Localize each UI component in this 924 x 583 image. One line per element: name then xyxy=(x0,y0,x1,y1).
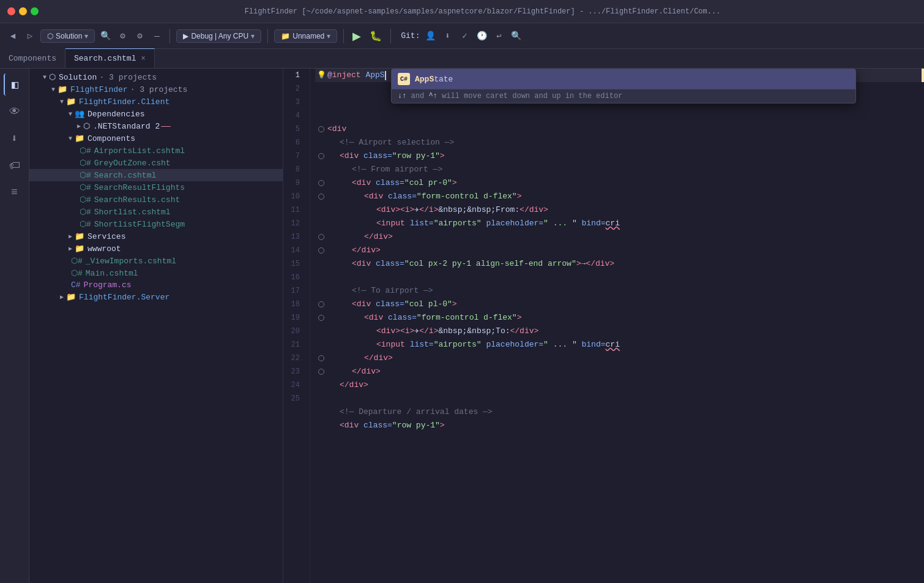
tree-item-flightfinder[interactable]: ▼ 📁 FlightFinder · 3 projects xyxy=(29,83,283,96)
tag-icon[interactable]: 🏷 xyxy=(4,154,26,176)
maximize-button[interactable] xyxy=(31,7,39,15)
git-area: Git: 👤 ⬇ ✓ 🕐 ↩ 🔍 xyxy=(401,29,523,43)
debug-dropdown[interactable]: ▶ Debug | Any CPU ▾ xyxy=(176,29,261,43)
tree-item-components-folder[interactable]: ▼ 📁 Components xyxy=(29,132,283,145)
breakpoint-21[interactable] xyxy=(318,369,324,375)
breakpoint-5[interactable] xyxy=(318,153,324,159)
explorer-icon[interactable]: ◧ xyxy=(4,73,26,96)
autocomplete-icon: C# xyxy=(398,73,410,85)
separator-4 xyxy=(390,29,391,43)
code-line-8: <div class="form-control d-flex"> xyxy=(315,190,924,203)
autocomplete-label: AppState xyxy=(415,75,453,84)
code-line-11: </div> xyxy=(315,230,924,244)
hint-arrows-2: ^↑ xyxy=(428,92,437,100)
tree-item-searchresults[interactable]: ⬡# SearchResults.csht xyxy=(29,194,283,206)
git-icon[interactable]: 👤 xyxy=(423,29,437,43)
code-line-17: <div class="form-control d-flex"> xyxy=(315,311,924,325)
separator-1 xyxy=(170,29,170,43)
tree-item-airportslist[interactable]: ⬡# AirportsList.cshtml xyxy=(29,145,283,157)
code-line-9: <div><i>✈</i>&nbsp;&nbsp;From:</div> xyxy=(315,203,924,217)
list-icon[interactable]: ≡ xyxy=(4,181,26,203)
minimize-button[interactable] xyxy=(19,7,27,15)
tree-item-main[interactable]: ⬡# Main.cshtml xyxy=(29,267,283,279)
tab-search-label: Search.cshtml xyxy=(74,54,136,63)
forward-icon[interactable]: ▷ xyxy=(23,29,37,43)
tree-item-shortlist[interactable]: ⬡# Shortlist.cshtml xyxy=(29,206,283,218)
breakpoint-3[interactable] xyxy=(318,126,324,132)
git-push-icon[interactable]: ✓ xyxy=(458,29,471,43)
eye-icon[interactable]: 👁 xyxy=(4,100,26,122)
gutter-5 xyxy=(315,153,327,159)
solution-dropdown[interactable]: ⬡ Solution ▾ xyxy=(40,29,95,43)
code-line-15: <!— To airport —> xyxy=(315,284,924,298)
inject-keyword: inject xyxy=(332,69,361,82)
tree-item-greyoutzone[interactable]: ⬡# GreyOutZone.csht xyxy=(29,157,283,169)
gutter-16 xyxy=(315,301,327,307)
code-line-5: <div class="row py-1"> xyxy=(315,149,924,163)
tree-item-searchresultflights[interactable]: ⬡# SearchResultFlights xyxy=(29,181,283,194)
close-button[interactable] xyxy=(7,7,15,15)
tree-item-program[interactable]: C# Program.cs xyxy=(29,279,283,291)
tab-close-icon[interactable]: × xyxy=(141,55,145,63)
tab-search-cshtml[interactable]: Search.cshtml × xyxy=(65,48,155,68)
gutter-11 xyxy=(315,234,327,240)
breakpoint-16[interactable] xyxy=(318,301,324,307)
hint-text-2: will move caret down and up in the edito… xyxy=(442,92,622,100)
tree-item-services[interactable]: ▶ 📁 Services xyxy=(29,230,283,243)
tree-item-server[interactable]: ▶ 📁 FlightFinder.Server xyxy=(29,291,283,303)
gutter-7 xyxy=(315,180,327,186)
hint-text: and xyxy=(411,92,429,100)
undo-icon[interactable]: ↩ xyxy=(492,29,505,43)
code-line-23 xyxy=(315,392,924,405)
tree-item-dependencies[interactable]: ▼ 👥 Dependencies xyxy=(29,108,283,120)
breakpoint-12[interactable] xyxy=(318,247,324,254)
tree-item-solution[interactable]: ▼ ⬡ Solution · 3 projects xyxy=(29,71,283,83)
breakpoint-20[interactable] xyxy=(318,355,324,361)
gutter-20 xyxy=(315,355,327,361)
editor-area: 1 2 3 4 5 6 7 8 9 10 11 12 13 14 15 16 1… xyxy=(283,69,924,583)
gutter-1: 💡 xyxy=(315,69,327,82)
breakpoint-11[interactable] xyxy=(318,234,324,240)
traffic-lights[interactable] xyxy=(7,7,39,15)
back-icon[interactable]: ◀ xyxy=(6,29,20,43)
autocomplete-item-appstate[interactable]: C# AppState xyxy=(392,69,855,89)
code-content[interactable]: C# AppState ↓↑ and ^↑ will move caret do… xyxy=(310,69,924,583)
main-layout: ◧ 👁 ⬇ 🏷 ≡ ▼ ⬡ Solution · 3 projects ▼ 📁 … xyxy=(0,69,924,583)
comment-6: <!— From airport —> xyxy=(327,163,442,176)
tree-item-viewimports[interactable]: ⬡# _ViewImports.cshtml xyxy=(29,255,283,267)
code-line-13: <div class="col px-2 py-1 align-self-end… xyxy=(315,257,924,271)
div-tag-5: <div xyxy=(340,151,359,160)
code-line-7: <div class="col pr-0"> xyxy=(315,176,924,190)
breakpoint-7[interactable] xyxy=(318,180,324,186)
find-icon[interactable]: 🔍 xyxy=(509,29,523,43)
gutter-3 xyxy=(315,126,327,132)
project-dropdown[interactable]: 📁 Unnamed ▾ xyxy=(274,29,337,43)
tree-item-client[interactable]: ▼ 📁 FlightFinder.Client xyxy=(29,96,283,108)
breakpoint-8[interactable] xyxy=(318,194,324,200)
download-icon[interactable]: ⬇ xyxy=(4,127,26,149)
code-line-14 xyxy=(315,271,924,284)
class-attr-5: class= xyxy=(363,151,392,160)
debug-button[interactable]: 🐛 xyxy=(367,30,384,42)
code-line-20: </div> xyxy=(315,352,924,365)
breakpoint-17[interactable] xyxy=(318,315,324,321)
code-editor[interactable]: 1 2 3 4 5 6 7 8 9 10 11 12 13 14 15 16 1… xyxy=(283,69,924,583)
gutter-21 xyxy=(315,369,327,375)
settings-icon[interactable]: ⚙ xyxy=(133,29,146,43)
minimize-icon[interactable]: — xyxy=(150,29,163,43)
search-icon[interactable]: 🔍 xyxy=(99,29,112,43)
tree-item-netstandard[interactable]: ▶ ⬡ .NETStandard 2 ―― xyxy=(29,120,283,132)
tree-item-search[interactable]: ⬡# Search.cshtml xyxy=(29,169,283,181)
git-pull-icon[interactable]: ⬇ xyxy=(441,29,454,43)
tab-components[interactable]: Components xyxy=(0,48,65,68)
filter-icon[interactable]: ⚙ xyxy=(116,29,129,43)
autocomplete-dropdown[interactable]: C# AppState ↓↑ and ^↑ will move caret do… xyxy=(391,69,856,103)
yellow-indicator xyxy=(922,69,924,82)
run-button[interactable]: ▶ xyxy=(350,29,363,43)
window-title: FlightFinder [~/code/aspnet-samples/samp… xyxy=(48,7,917,16)
comment-4: <!— Airport selection —> xyxy=(327,136,454,149)
code-line-16: <div class="col pl-0"> xyxy=(315,298,924,311)
tree-item-shortlistsegment[interactable]: ⬡# ShortlistFlightSegm xyxy=(29,218,283,230)
git-history-icon[interactable]: 🕐 xyxy=(475,29,488,43)
tree-item-wwwroot[interactable]: ▶ 📁 wwwroot xyxy=(29,243,283,255)
